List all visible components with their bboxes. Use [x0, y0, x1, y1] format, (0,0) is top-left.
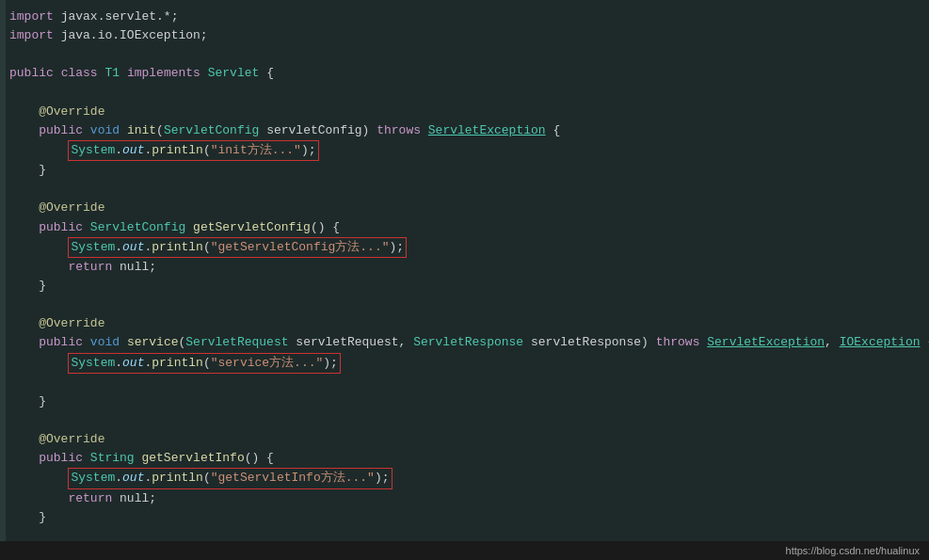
footer-url: https://blog.csdn.net/hualinux — [786, 545, 920, 556]
code-line: import javax.servlet.*; — [9, 8, 920, 26]
code-line: return null; — [9, 258, 920, 277]
left-border — [0, 0, 6, 541]
code-line — [9, 84, 920, 103]
code-line: public class T1 implements Servlet { — [9, 64, 920, 83]
code-line: } — [9, 392, 920, 411]
code-line: System.out.println("init方法..."); — [9, 140, 920, 161]
code-line: import java.io.IOException; — [9, 26, 920, 45]
code-line: } — [9, 161, 920, 180]
code-line — [9, 45, 920, 64]
code-line: return null; — [9, 489, 920, 508]
code-line — [9, 296, 920, 314]
code-line: @Override — [9, 314, 920, 333]
code-line: System.out.println("getServletConfig方法..… — [9, 237, 920, 258]
code-line — [9, 374, 920, 392]
footer-bar: https://blog.csdn.net/hualinux — [0, 541, 929, 560]
code-line: public void init(ServletConfig servletCo… — [9, 121, 920, 140]
code-line: @Override — [9, 199, 920, 217]
code-line — [9, 411, 920, 430]
code-line: public void service(ServletRequest servl… — [9, 333, 920, 352]
code-line: System.out.println("service方法..."); — [9, 353, 920, 374]
code-line: public String getServletInfo() { — [9, 449, 920, 468]
code-line — [9, 180, 920, 199]
code-area: import javax.servlet.*; import java.io.I… — [0, 0, 929, 541]
code-line: public ServletConfig getServletConfig() … — [9, 218, 920, 237]
code-line: @Override — [9, 430, 920, 449]
code-line: @Override — [9, 103, 920, 121]
code-line: System.out.println("getServletInfo方法..."… — [9, 468, 920, 488]
code-line: } — [9, 277, 920, 296]
code-line: } — [9, 508, 920, 527]
code-line — [9, 527, 920, 541]
